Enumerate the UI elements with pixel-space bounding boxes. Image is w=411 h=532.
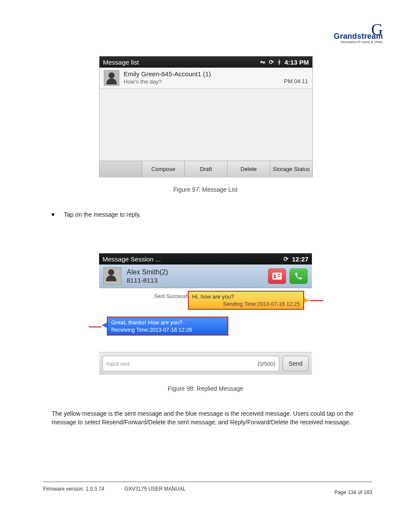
message-list-screen: Message list ⇋ ⟳ ᚼ 4:13 PM Emily Green-6… — [99, 56, 313, 177]
message-row-time: PM 04:11 — [284, 78, 308, 84]
incoming-message-meta: Receiving Time:2013-07-16 12:26 — [111, 327, 224, 333]
input-row: Input text (0/500) Send — [99, 352, 312, 375]
bluetooth-icon: ᚼ — [277, 59, 281, 65]
figure-caption-2: Figure 98: Replied Message — [0, 385, 411, 392]
contact-card-button[interactable] — [268, 268, 286, 284]
refresh-icon: ⟳ — [269, 59, 274, 65]
brand-tagline: Innovative IP Voice & Video — [334, 40, 383, 44]
delete-button[interactable]: Delete — [227, 161, 270, 177]
figure-caption-1: Figure 97: Message List — [0, 186, 411, 193]
message-list-body: Emily Green-645-Account1 (1) How's the d… — [100, 68, 312, 161]
send-button[interactable]: Send — [283, 356, 308, 371]
status-bar: Message list ⇋ ⟳ ᚼ 4:13 PM — [100, 56, 312, 68]
outgoing-message-bubble[interactable]: Hi, how are you? Sending Time:2013-07-16… — [188, 291, 304, 310]
bubble-tail-in-icon — [102, 323, 107, 328]
contact-name: Alex Smith(2) — [127, 268, 268, 276]
message-row[interactable]: Emily Green-645-Account1 (1) How's the d… — [100, 68, 312, 89]
annotation-line-incoming — [89, 327, 102, 327]
footer-fw-value: 1.0.3.74 — [86, 486, 104, 492]
bullet-icon — [52, 213, 54, 216]
char-counter: (0/500) — [258, 361, 275, 367]
body-paragraph: The yellow message is the sent message a… — [52, 409, 364, 427]
message-session-screen: Message Session ... ⟳ 12:27 Alex Smith(2… — [99, 253, 312, 374]
call-button[interactable] — [290, 268, 308, 284]
svg-point-1 — [274, 274, 276, 277]
input-placeholder: Input text — [106, 361, 129, 367]
footer-right: Page 134 of 183 — [334, 489, 372, 495]
footer-sub — [43, 492, 44, 498]
status-bar-2: Message Session ... ⟳ 12:27 — [99, 253, 312, 264]
outgoing-message-text: Hi, how are you? — [192, 293, 300, 300]
chat-area: Sent Successfully! Hi, how are you? Send… — [99, 288, 312, 352]
incoming-message-text: Great, thanks! How are you? — [111, 319, 224, 326]
message-row-title: Emily Green-645-Account1 (1) — [124, 70, 284, 78]
footer-page-num: 134 — [348, 489, 356, 495]
clock-time-2: 12:27 — [292, 255, 308, 263]
svg-rect-4 — [277, 276, 280, 277]
screen-title-2: Message Session ... — [103, 255, 161, 263]
outgoing-message-meta: Sending Time:2013-07-16 12:25 — [192, 301, 300, 307]
footer-fw-label: Firmware version: — [43, 486, 84, 492]
footer-page-total: of 183 — [358, 489, 372, 495]
call-transfer-icon: ⇋ — [260, 59, 265, 65]
contact-number: 8111-8113 — [127, 277, 268, 284]
message-row-preview: How's the day? — [124, 78, 284, 85]
bullet-line: Tap on the message to reply. — [52, 211, 141, 218]
svg-rect-3 — [277, 274, 280, 275]
phone-icon — [294, 272, 303, 280]
compose-button[interactable]: Compose — [142, 161, 184, 177]
avatar-icon — [103, 267, 121, 285]
session-header: Alex Smith(2) 8111-8113 — [99, 264, 312, 288]
id-card-icon — [272, 273, 282, 280]
footer-product: GXV3175 USER MANUAL — [125, 486, 186, 492]
avatar-icon — [104, 70, 119, 86]
storage-status-button[interactable]: Storage Status — [270, 161, 312, 177]
refresh-icon: ⟳ — [283, 255, 289, 262]
draft-button[interactable]: Draft — [184, 161, 227, 177]
screen-title: Message list — [103, 59, 139, 66]
brand-logo: G Grandstream Innovative IP Voice & Vide… — [334, 24, 383, 44]
bottom-toolbar: Compose Draft Delete Storage Status — [100, 161, 312, 177]
message-input[interactable]: Input text (0/500) — [103, 356, 279, 371]
svg-rect-2 — [274, 277, 276, 278]
footer-rule — [43, 482, 372, 482]
brand-name: Grandstream — [334, 32, 383, 41]
bullet-text: Tap on the message to reply. — [64, 211, 141, 218]
incoming-message-bubble[interactable]: Great, thanks! How are you? Receiving Ti… — [107, 317, 228, 336]
footer-left: Firmware version: 1.0.3.74 GXV3175 USER … — [43, 486, 186, 498]
annotation-line-outgoing — [310, 300, 323, 301]
bubble-tail-out-icon — [304, 298, 309, 303]
footer-page-label: Page — [334, 489, 346, 495]
clock-time: 4:13 PM — [284, 59, 309, 66]
toolbar-blank — [100, 161, 142, 177]
